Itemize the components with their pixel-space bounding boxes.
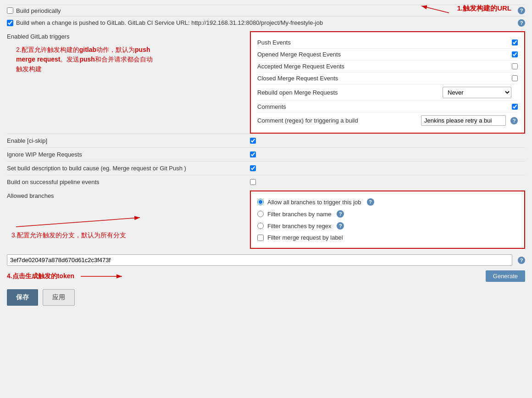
build-periodically-label: Build periodically bbox=[16, 7, 61, 14]
annotation1-text: 1.触发构建的URL bbox=[457, 4, 511, 13]
ignore-wip-row: Ignore WIP Merge Requests bbox=[7, 147, 525, 161]
build-gitlab-label: Build when a change is pushed to GitLab.… bbox=[16, 19, 323, 26]
comments-checkbox[interactable] bbox=[512, 104, 518, 110]
svg-line-1 bbox=[421, 6, 449, 13]
trigger-row-rebuild: Rebuild open Merge Requests Never On pus… bbox=[257, 84, 518, 101]
enabled-gitlab-triggers-label: Enabled GitLab triggers bbox=[7, 33, 70, 40]
token-row: ? bbox=[7, 252, 525, 268]
ci-skip-checkbox[interactable] bbox=[250, 138, 256, 144]
save-button[interactable]: 保存 bbox=[7, 289, 38, 306]
pipeline-events-checkbox[interactable] bbox=[250, 179, 256, 185]
build-gitlab-help[interactable]: ? bbox=[518, 19, 525, 27]
branch-all-help[interactable]: ? bbox=[367, 198, 374, 206]
svg-line-3 bbox=[16, 218, 140, 227]
branch-all-radio[interactable] bbox=[257, 199, 264, 205]
triggers-box: Push Events Opened Merge Request Events … bbox=[250, 31, 525, 134]
bottom-row: 4.点击生成触发的token Generate bbox=[7, 270, 525, 282]
trigger-row-push: Push Events bbox=[257, 37, 518, 49]
annotation2-box: 2.配置允许触发构建的gitlab动作，默认为pushmerge request… bbox=[16, 45, 153, 74]
rebuild-select[interactable]: Never On push to source branch On push t… bbox=[443, 87, 511, 98]
branch-row-regex: Filter branches by regex ? bbox=[257, 220, 518, 232]
annotation3-area: 3.配置允许触发的分支，默认为所有分支 bbox=[7, 213, 250, 240]
closed-merge-checkbox[interactable] bbox=[512, 75, 518, 81]
buttons-row: 保存 应用 bbox=[7, 289, 525, 310]
comment-regex-input[interactable] bbox=[421, 115, 506, 126]
build-gitlab-checkbox[interactable] bbox=[7, 20, 13, 26]
branch-regex-help[interactable]: ? bbox=[337, 222, 344, 230]
enable-ci-skip-row: Enable [ci-skip] bbox=[7, 134, 525, 147]
branch-label-checkbox[interactable] bbox=[257, 235, 264, 241]
trigger-row-opened-merge: Opened Merge Request Events bbox=[257, 49, 518, 61]
comment-regex-help[interactable]: ? bbox=[510, 117, 518, 124]
branch-row-all: Allow all branches to trigger this job ? bbox=[257, 196, 518, 208]
triggers-section: Enabled GitLab triggers 2.配置允许触发构建的gitla… bbox=[7, 31, 525, 134]
build-description-checkbox[interactable] bbox=[250, 165, 256, 171]
branch-row-name: Filter branches by name ? bbox=[257, 208, 518, 220]
annotation4-arrow bbox=[81, 272, 127, 281]
token-help[interactable]: ? bbox=[518, 257, 525, 264]
branch-row-label: Filter merge request by label bbox=[257, 232, 518, 243]
annotation4-text: 4.点击生成触发的token bbox=[7, 272, 74, 280]
push-events-checkbox[interactable] bbox=[512, 39, 518, 45]
apply-button[interactable]: 应用 bbox=[43, 289, 75, 306]
trigger-row-closed-merge: Closed Merge Request Events bbox=[257, 73, 518, 84]
build-description-row: Set build description to build cause (eg… bbox=[7, 161, 525, 175]
branch-name-radio[interactable] bbox=[257, 211, 264, 217]
annotation4-area: 4.点击生成触发的token bbox=[7, 272, 127, 281]
generate-button[interactable]: Generate bbox=[486, 270, 525, 282]
opened-merge-checkbox[interactable] bbox=[512, 51, 518, 57]
trigger-row-comment-regex: Comment (regex) for triggering a build ? bbox=[257, 113, 518, 128]
allowed-branches-label: Allowed branches bbox=[7, 191, 250, 199]
token-input[interactable] bbox=[7, 254, 512, 266]
build-periodically-help[interactable]: ? bbox=[518, 7, 525, 14]
build-gitlab-row: Build when a change is pushed to GitLab.… bbox=[7, 16, 525, 29]
accepted-merge-checkbox[interactable] bbox=[512, 63, 518, 69]
branches-box: Allow all branches to trigger this job ?… bbox=[250, 191, 525, 249]
branch-name-help[interactable]: ? bbox=[337, 210, 344, 218]
annotation3-arrow bbox=[7, 213, 154, 241]
trigger-row-comments: Comments bbox=[257, 101, 518, 113]
pipeline-events-row: Build on successful pipeline events bbox=[7, 175, 525, 189]
allowed-branches-section: Allowed branches 3.配置允许触发的分支，默认为所有分支 bbox=[7, 191, 525, 249]
annotation1-arrow bbox=[417, 1, 454, 15]
build-periodically-checkbox[interactable] bbox=[7, 7, 13, 14]
trigger-row-accepted-merge: Accepted Merge Request Events bbox=[257, 61, 518, 73]
build-periodically-row: Build periodically bbox=[7, 7, 61, 14]
ignore-wip-checkbox[interactable] bbox=[250, 151, 256, 157]
branch-regex-radio[interactable] bbox=[257, 223, 264, 229]
